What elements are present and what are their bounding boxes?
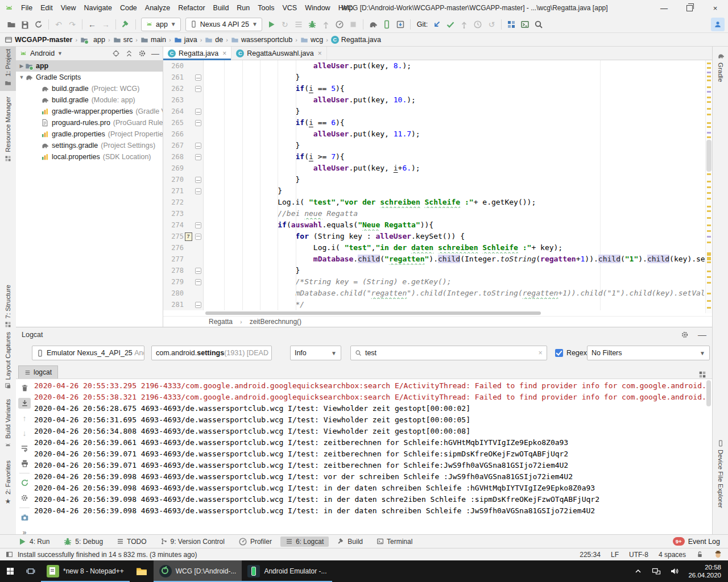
stripe-mark-warning[interactable] [707, 230, 711, 232]
tree-item-build-gradle[interactable]: build.gradle(Project: WCG) [16, 83, 163, 94]
caret-position[interactable]: 225:34 [580, 551, 601, 559]
fold-icon-open[interactable] [195, 234, 201, 240]
fold-icon-end[interactable] [195, 302, 201, 308]
stripe-mark-warning[interactable] [707, 252, 711, 256]
target-device-selector[interactable]: Nexus 4 API 25▼ [185, 18, 262, 31]
fold-icon-open[interactable] [195, 86, 201, 92]
code-line[interactable]: 281*/ [163, 299, 706, 310]
code-line[interactable]: 266alleUser.put(key, 11.7); [163, 128, 706, 140]
stripe-mark-info[interactable] [707, 236, 711, 238]
log-entry[interactable]: 2020-04-26 20:56:34.808 4693-4693/de.was… [34, 426, 706, 437]
taskbar-app-notepad[interactable]: *new 8 - Notepad++ [41, 560, 130, 582]
sync-button[interactable] [32, 18, 46, 31]
fold-icon-open[interactable] [195, 154, 201, 160]
tree-item-gradle-scripts[interactable]: ▼Gradle Scripts [16, 72, 163, 83]
tree-item-local-properties[interactable]: local.properties(SDK Location) [16, 151, 163, 163]
stripe-mark-warning[interactable] [707, 86, 711, 88]
logcat-tab[interactable]: logcat [18, 365, 58, 379]
stop-button[interactable] [346, 18, 360, 31]
code-line[interactable]: 273//bei neue Regatta [163, 208, 706, 219]
stripe-tab-1-project[interactable]: 1: Project [0, 47, 16, 91]
menu-code[interactable]: Code [116, 4, 141, 12]
lock-icon[interactable] [696, 551, 704, 558]
undo-button[interactable]: ↶ [52, 18, 65, 31]
git-rollback-button[interactable]: ↺ [485, 18, 498, 31]
code-line[interactable]: 276Log.i( "test","in der daten schreiben… [163, 242, 706, 253]
apply-changes-button[interactable]: ↻ [278, 18, 292, 31]
menu-navigate[interactable]: Navigate [80, 4, 116, 12]
editor-breadcrumb-item[interactable]: Regatta [209, 318, 233, 326]
running-devices-button[interactable] [518, 18, 532, 31]
code-line[interactable]: 277mDatabase.child("regatten").child(Int… [163, 253, 706, 265]
menu-build[interactable]: Build [209, 4, 233, 12]
code-line[interactable]: 268if(i >= 7){ [163, 151, 706, 163]
stripe-mark-warning[interactable] [707, 206, 711, 207]
stripe-mark-warning[interactable] [707, 67, 711, 69]
save-all-button[interactable] [18, 18, 32, 31]
code-line[interactable]: 279/*String key = (String) e.getKey(); [163, 276, 706, 288]
log-entry[interactable]: 2020-04-26 20:56:39.071 4693-4693/de.was… [34, 460, 706, 471]
fold-marker[interactable] [193, 219, 203, 231]
breadcrumb-item-wcgapp-master[interactable]: WCGAPP-master [5, 36, 72, 44]
stripe-mark-warning[interactable] [707, 136, 711, 138]
log-entry[interactable]: 2020-04-26 20:56:39.098 4693-4693/de.was… [34, 494, 706, 505]
stripe-mark-warning[interactable] [707, 307, 711, 309]
stripe-mark-warning[interactable] [707, 257, 711, 260]
logcat-search-input[interactable]: test × [350, 346, 547, 360]
git-push-button[interactable] [457, 18, 471, 31]
stripe-mark-info[interactable] [707, 132, 711, 134]
close-tab-icon[interactable]: × [318, 49, 322, 57]
project-collapse-all-icon[interactable] [125, 49, 133, 58]
log-entry[interactable]: 2020-04-26 20:56:39.098 4693-4693/de.was… [34, 505, 706, 517]
coverage-button[interactable] [292, 18, 305, 31]
horizontal-scrollbar-thumb[interactable] [205, 311, 541, 315]
project-hide-icon[interactable]: — [151, 49, 159, 58]
stripe-tab-build-variants[interactable]: Build Variants [0, 397, 16, 449]
fold-marker[interactable] [193, 117, 203, 128]
error-stripe-scrollbar[interactable] [705, 60, 712, 313]
stripe-mark-warning[interactable] [707, 63, 711, 64]
editor-tab-regattaauswahl.java[interactable]: CRegattaAuswahl.java× [231, 47, 326, 60]
process-selector[interactable]: com.android.settings (1931) [DEAD ▼ [151, 346, 272, 360]
log-entry[interactable]: 2020-04-26 20:56:31.695 4693-4693/de.was… [34, 414, 706, 426]
profiler-button[interactable] [333, 18, 346, 31]
stripe-mark-warning[interactable] [707, 80, 711, 81]
stripe-mark-warning[interactable] [707, 261, 711, 263]
code-line[interactable]: 278} [163, 265, 706, 276]
taskbar-app-studio[interactable]: WCG [D:\Android-... [154, 560, 242, 582]
stripe-mark-warning[interactable] [707, 97, 711, 98]
menu-file[interactable]: File [17, 4, 36, 12]
code-line[interactable]: 261} [163, 72, 706, 83]
code-line[interactable]: 263alleUser.put(key, 10.); [163, 94, 706, 106]
breadcrumb-item-src[interactable]: src [113, 36, 133, 44]
toolwindow-button-9-version-control[interactable]: 9: Version Control [155, 537, 230, 547]
stripe-tab-2-favorites[interactable]: 2: Favorites★ [0, 458, 16, 506]
tree-item-app[interactable]: ▶app [16, 60, 163, 72]
log-entry[interactable]: 2020-04-26 20:55:33.295 2196-4333/com.go… [34, 380, 706, 392]
run-configuration-selector[interactable]: app▼ [141, 18, 181, 31]
start-button[interactable] [0, 560, 20, 582]
stripe-mark-warning[interactable] [707, 122, 711, 124]
tree-item-gradle-properties[interactable]: gradle.properties(Project Properties) [16, 128, 163, 140]
breadcrumb-item-regatta.java[interactable]: CRegatta.java [331, 36, 381, 44]
menu-view[interactable]: View [57, 4, 80, 12]
stripe-mark-warning[interactable] [707, 173, 711, 175]
logcat-settings-button[interactable] [18, 492, 31, 504]
toolwindow-button-profiler[interactable]: Profiler [233, 536, 277, 547]
logcat-clear-button[interactable] [18, 383, 31, 394]
fold-icon-open[interactable] [195, 222, 201, 228]
git-update-button[interactable] [430, 18, 444, 31]
stripe-mark-warning[interactable] [707, 192, 711, 194]
debug-button[interactable] [305, 18, 319, 31]
hide-panel-icon[interactable]: — [698, 330, 706, 339]
stripe-mark-warning[interactable] [707, 225, 711, 226]
code-line[interactable]: 280mDatabase.child("regatten").child(Int… [163, 288, 706, 299]
menu-window[interactable]: Window [301, 4, 334, 12]
breadcrumb-item-wcg[interactable]: wcg [300, 36, 323, 44]
stripe-mark-warning[interactable] [707, 271, 711, 272]
menu-vcs[interactable]: VCS [278, 4, 301, 12]
close-button[interactable]: × [702, 0, 728, 16]
logcat-more-button[interactable]: » [18, 527, 31, 535]
fold-marker[interactable] [193, 299, 203, 310]
menu-refactor[interactable]: Refactor [174, 4, 209, 12]
